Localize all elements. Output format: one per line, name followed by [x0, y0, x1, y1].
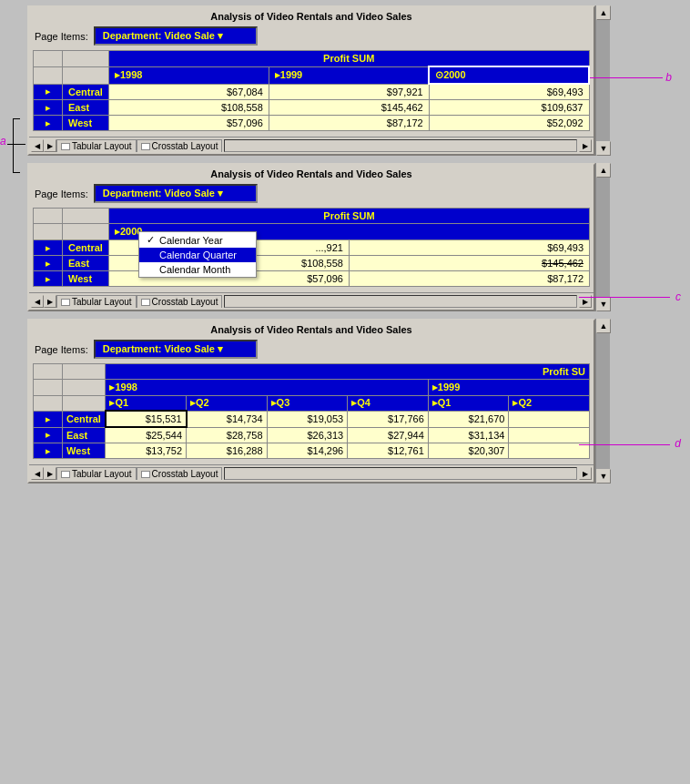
tab-crosstab-2[interactable]: Crosstab Layout — [137, 295, 223, 308]
pivot-table-3: Profit SU ▸1998 ▸1999 ▸Q1 ▸Q2 — [33, 363, 590, 459]
row-expand-w3[interactable]: ▸ — [34, 443, 63, 459]
panel-2-title: Analysis of Video Rentals and Video Sale… — [29, 165, 594, 181]
tab-icon-2 — [141, 143, 150, 150]
e-q2-99 — [509, 427, 590, 443]
q1-1999[interactable]: ▸Q1 — [428, 396, 509, 412]
dept-dropdown-1[interactable]: Department: Video Sale ▾ — [94, 26, 258, 46]
dept-dropdown-2[interactable]: Department: Video Sale ▾ — [94, 184, 258, 203]
row-expand-1[interactable]: ▸ — [34, 84, 63, 100]
q1-1998[interactable]: ▸Q1 — [106, 396, 187, 412]
row-expand-3[interactable]: ▸ — [34, 116, 63, 131]
table-area-3: Profit SU ▸1998 ▸1999 ▸Q1 ▸Q2 — [29, 361, 594, 461]
row-expand-c1[interactable]: ▸ — [34, 240, 63, 256]
tab-crosstab-3[interactable]: Crosstab Layout — [137, 467, 223, 480]
vscroll-track-2[interactable] — [596, 178, 610, 297]
row-expand-e2[interactable]: ▸ — [34, 256, 63, 271]
w-q3-98: $14,296 — [267, 443, 348, 459]
calendar-dropdown-menu[interactable]: ✓ Calendar Year Calendar Quarter Calenda… — [138, 231, 257, 278]
corner-cell-1 — [34, 51, 63, 67]
tab-tabular-3[interactable]: Tabular Layout — [56, 467, 137, 480]
year-1999-header[interactable]: ▸1999 — [269, 66, 429, 84]
row-label-central-2: Central — [63, 240, 109, 256]
hscroll-right-1[interactable]: ▶ — [579, 139, 592, 152]
q3-1998[interactable]: ▸Q3 — [267, 396, 348, 412]
profit-sum-header-3: Profit SU — [106, 364, 590, 380]
table-row: ▸ Central $67,084 $97,921 $69,493 — [34, 84, 590, 100]
e-q4-98: $27,944 — [348, 427, 429, 443]
vscroll-up-2[interactable]: ▲ — [596, 163, 611, 178]
year-corner-2 — [34, 224, 63, 240]
tab-nav-right-3[interactable]: ▶ — [44, 467, 56, 480]
hscroll-track-2[interactable] — [224, 295, 577, 308]
calendar-month-option[interactable]: Calendar Month — [139, 262, 256, 277]
arrow-d — [579, 444, 670, 445]
vscroll-down-1[interactable]: ▼ — [596, 141, 611, 156]
q2-1998[interactable]: ▸Q2 — [187, 396, 268, 412]
c-q2-98: $14,734 — [187, 411, 268, 427]
row-expand-e3[interactable]: ▸ — [34, 427, 63, 443]
table-area-1: Profit SUM ▸1998 ▸1999 ⊙2000 ▸ — [29, 48, 594, 133]
row-expand-w2[interactable]: ▸ — [34, 271, 63, 287]
year-2000-header[interactable]: ⊙2000 — [429, 66, 589, 84]
year-1998-grp[interactable]: ▸1998 — [106, 380, 428, 396]
panel-1-title: Analysis of Video Rentals and Video Sale… — [29, 7, 594, 24]
tab-nav-right[interactable]: ▶ — [44, 139, 56, 152]
year-1999-grp[interactable]: ▸1999 — [428, 380, 589, 396]
table-row: ▸ East $108,558 $145,462 — [34, 256, 590, 271]
panel-3-title: Analysis of Video Rentals and Video Sale… — [29, 321, 594, 337]
central-1998: $67,084 — [108, 84, 269, 100]
hscroll-track-3[interactable] — [224, 467, 577, 480]
annotation-c: c — [675, 290, 681, 303]
tab-icon-4 — [141, 299, 150, 306]
hscroll-track-1[interactable] — [224, 139, 577, 152]
tab-tabular-1[interactable]: Tabular Layout — [56, 139, 137, 152]
vscroll-down-2[interactable]: ▼ — [596, 297, 611, 311]
tab-nav-left-2[interactable]: ◀ — [31, 295, 44, 308]
tab-nav-left[interactable]: ◀ — [31, 139, 44, 152]
pivot-table-2: Profit SUM ▸2000 ▸ Central ...,921 — [33, 208, 590, 287]
vscroll-track-3[interactable] — [596, 333, 610, 469]
central-2000: $69,493 — [429, 84, 589, 100]
tab-nav-left-3[interactable]: ◀ — [31, 467, 44, 480]
row-expand-c3[interactable]: ▸ — [34, 411, 63, 427]
row-expand-2[interactable]: ▸ — [34, 100, 63, 116]
vscroll-down-3[interactable]: ▼ — [596, 469, 611, 484]
vscroll-up-3[interactable]: ▲ — [596, 319, 611, 333]
year-corner-3 — [34, 380, 63, 396]
year-corner-2b — [63, 224, 109, 240]
year-1998-header[interactable]: ▸1998 — [108, 66, 269, 84]
tab-nav-right-2[interactable]: ▶ — [44, 295, 56, 308]
q4-1998[interactable]: ▸Q4 — [348, 396, 429, 412]
row-label-central-3: Central — [63, 411, 106, 427]
vscroll-up-1[interactable]: ▲ — [596, 5, 611, 20]
corner-2b — [63, 209, 109, 224]
e-q1-98: $25,544 — [106, 427, 187, 443]
profit-sum-header-2: Profit SUM — [108, 209, 589, 224]
hscroll-right-3[interactable]: ▶ — [579, 467, 592, 480]
row-label-west-3: West — [63, 443, 106, 459]
east-1999: $145,462 — [269, 100, 429, 116]
table-row: ▸ East $25,544 $28,758 $26,313 $27,944 $… — [34, 427, 590, 443]
dept-dropdown-3[interactable]: Department: Video Sale ▾ — [94, 340, 258, 359]
west-2000: $52,092 — [429, 116, 589, 131]
c-q1-98: $15,531 — [106, 411, 187, 427]
arrow-c — [579, 297, 670, 298]
page-items-label-3: Page Items: — [35, 344, 88, 355]
year-corner-3b — [63, 380, 106, 396]
c-q2-99 — [509, 411, 590, 427]
corner-3b — [63, 364, 106, 380]
table-row: ▸ Central ...,921 $69,493 — [34, 240, 590, 256]
corner-2 — [34, 209, 63, 224]
calendar-quarter-option[interactable]: Calendar Quarter — [139, 248, 256, 262]
tab-tabular-2[interactable]: Tabular Layout — [56, 295, 137, 308]
calendar-year-option[interactable]: ✓ Calendar Year — [139, 232, 256, 248]
row-label-central-1: Central — [63, 84, 109, 100]
tab-crosstab-1[interactable]: Crosstab Layout — [137, 139, 223, 152]
corner-cell-1b — [63, 51, 109, 67]
tab-bar-3: ◀ ▶ Tabular Layout Crosstab Layout ▶ — [29, 464, 594, 482]
west-1998: $57,096 — [108, 116, 269, 131]
east-2000: $109,637 — [429, 100, 589, 116]
vscroll-3: ▲ ▼ — [595, 319, 610, 484]
vscroll-track-1[interactable] — [596, 20, 610, 141]
q2-1999[interactable]: ▸Q2 — [509, 396, 590, 412]
